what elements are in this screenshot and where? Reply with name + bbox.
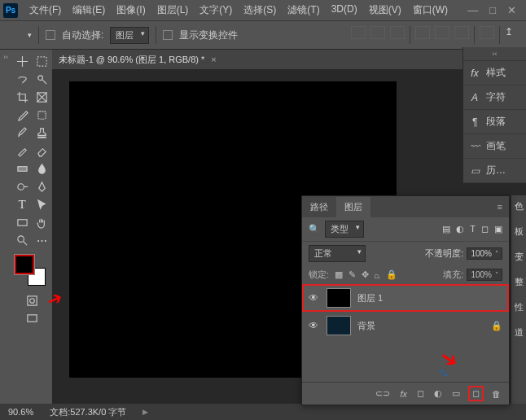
menu-window[interactable]: 窗口(W) bbox=[408, 1, 453, 20]
3d-mode-icon[interactable] bbox=[480, 26, 494, 39]
distribute-icon[interactable] bbox=[415, 26, 430, 39]
frame-tool[interactable] bbox=[33, 89, 50, 105]
close-button[interactable]: ✕ bbox=[507, 4, 516, 16]
dodge-tool[interactable] bbox=[13, 178, 31, 195]
share-icon[interactable]: ↥ bbox=[505, 26, 519, 39]
blur-tool[interactable] bbox=[33, 160, 50, 177]
menu-filter[interactable]: 滤镜(T) bbox=[283, 1, 324, 20]
filter-smart-icon[interactable]: ▣ bbox=[494, 224, 502, 234]
search-icon[interactable]: 🔍 bbox=[309, 224, 320, 234]
align-icon[interactable] bbox=[351, 26, 366, 39]
foreground-color-swatch[interactable] bbox=[15, 255, 34, 274]
close-tab-icon[interactable]: × bbox=[211, 55, 216, 64]
tab-paths[interactable]: 路径 bbox=[302, 197, 336, 217]
link-layers-icon[interactable]: ⊂⊃ bbox=[375, 388, 390, 399]
doc-size[interactable]: 文档:527.3K/0 字节 bbox=[50, 406, 126, 418]
marquee-tool[interactable] bbox=[33, 53, 50, 69]
eyedropper-tool[interactable] bbox=[13, 107, 31, 123]
layer-thumbnail[interactable] bbox=[327, 288, 351, 308]
quick-select-tool[interactable] bbox=[33, 71, 50, 87]
visibility-icon[interactable]: 👁 bbox=[309, 320, 320, 331]
layer-row[interactable]: 👁 图层 1 bbox=[302, 284, 509, 312]
collapse-icon[interactable]: ‹‹ bbox=[463, 47, 526, 61]
color-swatches[interactable] bbox=[13, 255, 49, 287]
expand-icon[interactable]: ›› bbox=[3, 53, 8, 61]
layer-name[interactable]: 图层 1 bbox=[357, 292, 383, 304]
filter-kind-dropdown[interactable]: 类型 bbox=[325, 221, 364, 238]
tab-layers[interactable]: 图层 bbox=[336, 197, 370, 217]
lock-position-icon[interactable]: ✥ bbox=[362, 269, 369, 280]
move-tool[interactable] bbox=[13, 53, 31, 69]
menu-3d[interactable]: 3D(D) bbox=[327, 1, 362, 20]
panel-menu-icon[interactable]: ≡ bbox=[491, 202, 509, 212]
history-brush-tool[interactable] bbox=[13, 142, 31, 159]
align-icon[interactable] bbox=[370, 26, 385, 39]
layer-fx-icon[interactable]: fx bbox=[400, 389, 407, 399]
crop-tool[interactable] bbox=[13, 89, 31, 105]
blend-mode-dropdown[interactable]: 正常 bbox=[309, 245, 366, 262]
lock-brush-icon[interactable]: ✎ bbox=[348, 269, 356, 280]
minimize-button[interactable]: — bbox=[467, 4, 478, 16]
type-tool[interactable]: T bbox=[13, 196, 31, 212]
zoom-level[interactable]: 90.6% bbox=[8, 407, 33, 417]
edit-toolbar[interactable]: ⋯ bbox=[33, 232, 50, 248]
filter-type-icon[interactable]: T bbox=[470, 224, 476, 234]
panel-brushes[interactable]: 〰画笔 bbox=[463, 134, 526, 159]
quickmask-tool[interactable] bbox=[23, 292, 41, 308]
strip-item[interactable]: 性 bbox=[515, 301, 524, 313]
auto-select-checkbox[interactable] bbox=[46, 30, 55, 40]
layer-thumbnail[interactable] bbox=[327, 316, 351, 335]
layer-mask-icon[interactable]: ◻ bbox=[417, 388, 424, 399]
panel-styles[interactable]: fx样式 bbox=[463, 61, 526, 85]
zoom-tool[interactable] bbox=[13, 232, 31, 248]
filter-adjust-icon[interactable]: ◐ bbox=[456, 224, 464, 234]
show-transform-checkbox[interactable] bbox=[163, 30, 173, 40]
menu-edit[interactable]: 编辑(E) bbox=[68, 1, 110, 20]
filter-pixel-icon[interactable]: ▤ bbox=[442, 224, 450, 234]
hand-tool[interactable] bbox=[33, 214, 50, 230]
delete-layer-icon[interactable]: 🗑 bbox=[492, 389, 501, 399]
rectangle-tool[interactable] bbox=[13, 214, 31, 230]
layer-name[interactable]: 背景 bbox=[357, 320, 375, 332]
strip-item[interactable]: 板 bbox=[515, 225, 524, 238]
fill-input[interactable]: 100%˅ bbox=[467, 269, 502, 281]
menu-view[interactable]: 视图(V) bbox=[364, 1, 406, 20]
strip-item[interactable]: 色 bbox=[515, 200, 524, 212]
auto-select-dropdown[interactable]: 图层 bbox=[110, 27, 149, 44]
screenmode-tool[interactable] bbox=[23, 310, 41, 326]
menu-file[interactable]: 文件(F) bbox=[24, 1, 66, 20]
panel-character[interactable]: A字符 bbox=[463, 85, 526, 110]
filter-shape-icon[interactable]: ◻ bbox=[481, 224, 489, 234]
distribute-icon[interactable] bbox=[454, 26, 469, 39]
eraser-tool[interactable] bbox=[33, 142, 50, 159]
new-layer-icon[interactable]: ◻ bbox=[470, 387, 482, 400]
lasso-tool[interactable] bbox=[13, 71, 31, 87]
panel-history[interactable]: ▭历… bbox=[463, 159, 526, 183]
brush-tool[interactable] bbox=[13, 125, 31, 141]
document-tab[interactable]: 未标题-1 @ 90.6% (图层 1, RGB/8) * × bbox=[52, 50, 526, 69]
group-icon[interactable]: ▭ bbox=[452, 388, 460, 399]
align-icon[interactable] bbox=[390, 26, 405, 39]
lock-pixels-icon[interactable]: ▩ bbox=[335, 269, 343, 280]
lock-all-icon[interactable]: 🔒 bbox=[386, 269, 397, 280]
stamp-tool[interactable] bbox=[33, 125, 50, 141]
layer-row[interactable]: 👁 背景 🔒 bbox=[302, 312, 509, 339]
adjustment-layer-icon[interactable]: ◐ bbox=[434, 388, 442, 399]
lock-artboard-icon[interactable]: ⏢ bbox=[375, 270, 380, 280]
strip-item[interactable]: 变 bbox=[515, 251, 524, 263]
gradient-tool[interactable] bbox=[13, 160, 31, 177]
maximize-button[interactable]: □ bbox=[489, 4, 496, 16]
menu-layer[interactable]: 图层(L) bbox=[152, 1, 194, 20]
menu-select[interactable]: 选择(S) bbox=[239, 1, 281, 20]
panel-paragraph[interactable]: ¶段落 bbox=[463, 110, 526, 134]
strip-item[interactable]: 道 bbox=[515, 326, 524, 339]
distribute-icon[interactable] bbox=[435, 26, 449, 39]
visibility-icon[interactable]: 👁 bbox=[309, 292, 320, 304]
pen-tool[interactable] bbox=[33, 178, 50, 195]
menu-type[interactable]: 文字(Y) bbox=[195, 1, 237, 20]
strip-item[interactable]: 整 bbox=[515, 276, 524, 288]
menu-image[interactable]: 图像(I) bbox=[112, 1, 150, 20]
path-select-tool[interactable] bbox=[33, 196, 50, 212]
heal-tool[interactable] bbox=[33, 107, 50, 123]
opacity-input[interactable]: 100%˅ bbox=[467, 247, 502, 260]
